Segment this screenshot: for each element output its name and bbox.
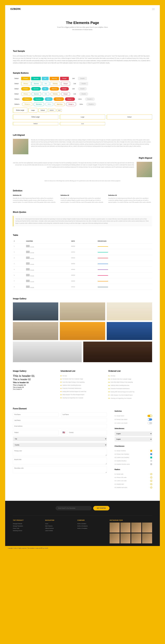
gallery-image[interactable] <box>60 322 105 340</box>
btn-primary[interactable]: Primary <box>22 102 32 106</box>
btn-success[interactable]: Success <box>32 92 41 96</box>
instagram-thumb[interactable] <box>110 533 120 544</box>
radio[interactable] <box>150 483 152 485</box>
btn-success[interactable]: Success <box>33 97 44 101</box>
btn-default[interactable]: Default <box>13 92 20 96</box>
footer-link[interactable]: Manage Reputation <box>13 525 41 527</box>
switch-toggle[interactable] <box>147 418 152 421</box>
gallery-image[interactable] <box>13 302 58 320</box>
instagram-thumb[interactable] <box>142 522 152 532</box>
radio[interactable] <box>150 476 152 478</box>
btn-block-4[interactable]: Medium <box>13 122 58 125</box>
checkbox[interactable] <box>150 456 152 458</box>
gallery-image[interactable] <box>13 322 58 340</box>
selectbox-1[interactable]: English <box>115 432 152 436</box>
btn-danger[interactable]: Danger <box>61 82 70 86</box>
btn-info[interactable]: Info <box>42 87 49 90</box>
instagram-thumb[interactable] <box>142 533 152 544</box>
btn-link[interactable]: Link <box>71 92 78 96</box>
btn-xs[interactable]: Small <box>57 109 62 112</box>
gallery-image[interactable] <box>107 302 152 320</box>
btn-link[interactable]: Link <box>77 102 85 106</box>
btn-danger[interactable]: Danger <box>65 97 75 101</box>
gallery-image[interactable] <box>83 342 152 362</box>
footer-link[interactable]: Offered Services <box>45 527 73 530</box>
country-input[interactable] <box>68 430 107 435</box>
btn-warning[interactable]: Warning <box>50 92 60 96</box>
btn-default[interactable]: Default <box>13 102 21 106</box>
btn-default[interactable]: Default <box>13 77 20 80</box>
subject-input[interactable] <box>13 430 59 435</box>
btn-info[interactable]: Info <box>42 82 49 86</box>
instagram-thumb[interactable] <box>120 533 130 544</box>
btn-primary[interactable]: Primary <box>21 87 30 90</box>
instagram-thumb[interactable] <box>120 522 130 532</box>
gallery-image[interactable] <box>107 322 152 340</box>
btn-success[interactable]: Success <box>32 82 41 86</box>
radio[interactable] <box>150 473 152 475</box>
radio[interactable] <box>150 486 152 488</box>
btn-link[interactable]: Link <box>70 87 77 90</box>
checkbox[interactable] <box>150 450 152 452</box>
btn-info[interactable]: Info <box>42 77 49 80</box>
btn-primary[interactable]: Primary <box>21 82 31 86</box>
btn-danger[interactable]: Danger <box>66 102 76 106</box>
btn-info[interactable]: Info <box>45 102 53 106</box>
btn-warning[interactable]: Warning <box>50 82 60 86</box>
footer-link[interactable]: Marketing Service <box>13 530 41 532</box>
btn-link[interactable]: Link <box>71 82 78 86</box>
btn-default[interactable]: Default <box>13 82 20 86</box>
btn-lg[interactable]: Large <box>28 108 37 112</box>
btn-danger[interactable]: Danger <box>61 92 70 96</box>
btn-warning[interactable]: Warning <box>54 102 65 106</box>
btn-md[interactable]: Default <box>38 108 47 112</box>
footer-link[interactable]: Power Tools <box>13 527 41 530</box>
btn-danger[interactable]: Danger <box>60 77 69 80</box>
gallery-image[interactable] <box>60 302 105 320</box>
btn-primary[interactable]: Primary <box>22 97 32 101</box>
checkbox[interactable] <box>150 463 152 465</box>
btn-warning[interactable]: Warning <box>50 77 59 80</box>
instagram-thumb[interactable] <box>131 522 141 532</box>
secondary-color-textarea[interactable] <box>13 466 107 473</box>
btn-danger[interactable]: Danger <box>60 87 69 90</box>
btn-block-1[interactable]: Extra Large <box>13 114 58 120</box>
last-name-input-2[interactable] <box>13 418 107 422</box>
btn-primary[interactable]: Primary <box>21 77 30 80</box>
btn-xl[interactable]: Extra Large <box>13 108 27 113</box>
footer-link[interactable]: Works & Templates <box>77 527 106 530</box>
btn-success[interactable]: Success <box>31 87 41 90</box>
newsletter-button[interactable]: GET STARTED <box>93 506 109 510</box>
city-select[interactable]: City <box>13 437 107 441</box>
btn-sm[interactable]: Medium <box>48 109 55 112</box>
radio[interactable] <box>150 480 152 482</box>
gallery-image[interactable] <box>13 342 82 362</box>
country-select[interactable]: Country <box>13 443 107 447</box>
footer-link[interactable]: Main Features <box>45 525 73 527</box>
footer-link[interactable]: Works & Builders <box>77 522 106 525</box>
primary-color-textarea[interactable] <box>13 449 107 456</box>
selectbox-2[interactable]: English <box>115 437 152 442</box>
logo[interactable]: OZBERK <box>10 8 21 10</box>
btn-link[interactable]: Link <box>76 97 84 101</box>
btn-block-3[interactable]: Default <box>107 114 152 120</box>
btn-block-5[interactable]: Small <box>60 122 105 125</box>
newsletter-input[interactable] <box>56 506 92 510</box>
first-name-input[interactable] <box>13 412 59 417</box>
btn-block-2[interactable]: Large <box>60 114 105 120</box>
btn-link[interactable]: Link <box>70 77 77 80</box>
switch-toggle[interactable] <box>147 422 152 424</box>
instagram-thumb[interactable] <box>110 522 120 532</box>
accent-color-textarea[interactable] <box>13 457 107 464</box>
btn-default[interactable]: Default <box>13 97 21 101</box>
btn-warning[interactable]: Warning <box>54 97 64 101</box>
checkbox[interactable] <box>150 460 152 462</box>
switch-toggle[interactable] <box>147 415 152 417</box>
footer-link[interactable]: Works & Wordpress <box>77 525 106 527</box>
btn-success[interactable]: Success <box>31 77 41 80</box>
footer-link[interactable]: Home <box>45 522 73 525</box>
checkbox[interactable] <box>150 453 152 455</box>
btn-warning[interactable]: Warning <box>50 87 59 90</box>
footer-link[interactable]: Managed Website <box>13 522 41 525</box>
btn-success[interactable]: Success <box>34 102 44 106</box>
